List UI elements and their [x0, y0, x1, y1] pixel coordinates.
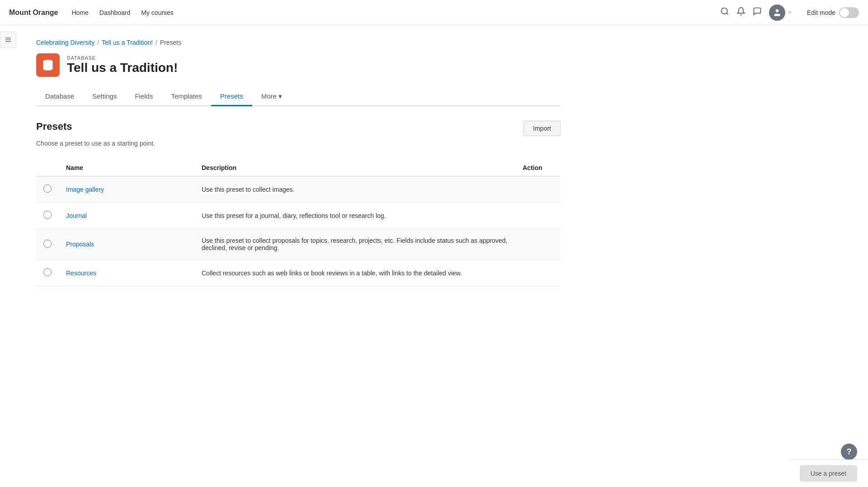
svg-line-1 — [726, 13, 728, 15]
preset-link-journal[interactable]: Journal — [66, 212, 87, 219]
sidebar-toggle-button[interactable] — [0, 32, 16, 48]
preset-action-journal — [515, 203, 561, 229]
preset-desc-proposals: Use this preset to collect proposals for… — [194, 229, 515, 260]
breadcrumb-separator-2: / — [156, 39, 157, 46]
table-row: Proposals Use this preset to collect pro… — [36, 229, 561, 260]
preset-action-image-gallery — [515, 176, 561, 203]
topnav-right: Edit mode — [720, 5, 859, 21]
import-button[interactable]: Import — [524, 121, 561, 136]
breadcrumb-link-celebrating-diversity[interactable]: Celebrating Diversity — [36, 39, 94, 46]
presets-table: Name Description Action Image gallery Us… — [36, 160, 561, 286]
table-body: Image gallery Use this preset to collect… — [36, 176, 561, 286]
main-content: Celebrating Diversity / Tell us a Tradit… — [0, 25, 588, 322]
preset-radio-resources[interactable] — [43, 268, 52, 276]
tabs-bar: Database Settings Fields Templates Prese… — [36, 88, 561, 106]
page-type-label: DATABASE — [67, 55, 178, 61]
page-header-text: DATABASE Tell us a Tradition! — [67, 55, 178, 75]
radio-cell-proposals[interactable] — [36, 229, 59, 260]
edit-mode-toggle[interactable]: Edit mode — [807, 7, 859, 18]
tab-presets[interactable]: Presets — [211, 88, 252, 106]
avatar — [769, 5, 785, 21]
preset-desc-image-gallery: Use this preset to collect images. — [194, 176, 515, 203]
radio-cell-image-gallery[interactable] — [36, 176, 59, 203]
nav-home[interactable]: Home — [71, 9, 88, 16]
tab-more[interactable]: More ▾ — [252, 88, 291, 106]
edit-mode-label: Edit mode — [807, 9, 835, 16]
toggle-knob — [840, 8, 849, 17]
database-icon — [36, 53, 60, 77]
notifications-icon[interactable] — [736, 7, 745, 18]
section-header: Presets Import — [36, 121, 561, 136]
top-navigation: Mount Orange Home Dashboard My courses E… — [0, 0, 868, 25]
th-description: Description — [194, 160, 515, 176]
svg-point-0 — [721, 8, 727, 14]
preset-desc-resources: Collect resources such as web links or b… — [194, 260, 515, 286]
tab-database[interactable]: Database — [36, 88, 83, 106]
preset-link-image-gallery[interactable]: Image gallery — [66, 186, 104, 193]
edit-mode-switch[interactable] — [839, 7, 859, 18]
nav-links: Home Dashboard My courses — [71, 9, 173, 16]
preset-action-resources — [515, 260, 561, 286]
breadcrumb-link-tell-us-tradition[interactable]: Tell us a Tradition! — [102, 39, 153, 46]
preset-radio-image-gallery[interactable] — [43, 184, 52, 193]
user-avatar-menu[interactable] — [769, 5, 793, 21]
preset-radio-journal[interactable] — [43, 211, 52, 219]
tab-templates[interactable]: Templates — [162, 88, 211, 106]
preset-desc-journal: Use this preset for a journal, diary, re… — [194, 203, 515, 229]
tab-fields[interactable]: Fields — [126, 88, 162, 106]
preset-name-journal: Journal — [59, 203, 194, 229]
radio-cell-resources[interactable] — [36, 260, 59, 286]
page-header: DATABASE Tell us a Tradition! — [36, 53, 561, 77]
preset-name-image-gallery: Image gallery — [59, 176, 194, 203]
th-name: Name — [59, 160, 194, 176]
chevron-down-icon — [787, 9, 793, 16]
preset-link-proposals[interactable]: Proposals — [66, 241, 94, 248]
preset-name-resources: Resources — [59, 260, 194, 286]
tab-settings[interactable]: Settings — [83, 88, 126, 106]
nav-dashboard[interactable]: Dashboard — [99, 9, 131, 16]
preset-action-proposals — [515, 229, 561, 260]
svg-point-2 — [776, 9, 779, 12]
messages-icon[interactable] — [753, 7, 762, 18]
table-header: Name Description Action — [36, 160, 561, 176]
section-subtitle: Choose a preset to use as a starting poi… — [36, 140, 561, 147]
breadcrumb-separator-1: / — [97, 39, 99, 46]
preset-link-resources[interactable]: Resources — [66, 270, 96, 277]
breadcrumb-current: Presets — [160, 39, 181, 46]
radio-cell-journal[interactable] — [36, 203, 59, 229]
th-select — [36, 160, 59, 176]
brand-logo[interactable]: Mount Orange — [9, 9, 58, 17]
search-icon[interactable] — [720, 7, 729, 18]
nav-mycourses[interactable]: My courses — [141, 9, 174, 16]
breadcrumb: Celebrating Diversity / Tell us a Tradit… — [36, 39, 561, 46]
th-action: Action — [515, 160, 561, 176]
section-title: Presets — [36, 121, 72, 132]
table-row: Image gallery Use this preset to collect… — [36, 176, 561, 203]
page-title: Tell us a Tradition! — [67, 61, 178, 75]
preset-radio-proposals[interactable] — [43, 240, 52, 248]
table-row: Resources Collect resources such as web … — [36, 260, 561, 286]
preset-name-proposals: Proposals — [59, 229, 194, 260]
table-row: Journal Use this preset for a journal, d… — [36, 203, 561, 229]
